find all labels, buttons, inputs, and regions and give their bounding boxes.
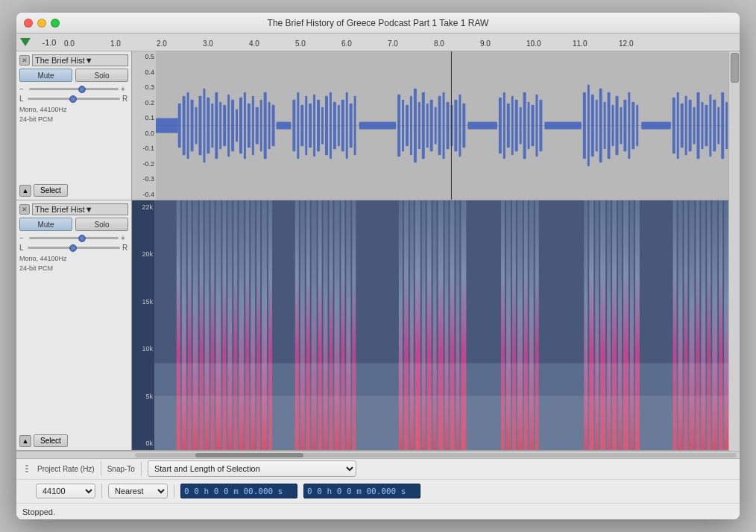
- track-1-collapse-button[interactable]: ▲: [19, 185, 31, 197]
- svg-rect-69: [523, 92, 526, 159]
- ruler-ticks-container: 0.0 1.0 2.0 3.0 4.0 5.0 6.0 7.0 8.0 9.0 …: [64, 34, 740, 51]
- svg-rect-93: [685, 96, 687, 156]
- track-2-select-button[interactable]: Select: [34, 434, 68, 447]
- toolbar-row-2: 44100 Nearest: [16, 480, 740, 503]
- svg-rect-74: [544, 122, 582, 130]
- svg-rect-73: [539, 100, 542, 152]
- toolbar-row-1: Project Rate (Hz) Snap-To Start and Leng…: [16, 459, 740, 480]
- time-start-input[interactable]: [180, 484, 297, 498]
- svg-rect-6: [191, 100, 194, 152]
- snap-to-select[interactable]: Nearest: [108, 484, 168, 498]
- svg-rect-49: [414, 89, 417, 163]
- svg-rect-99: [709, 95, 711, 157]
- svg-rect-82: [612, 105, 614, 147]
- svg-rect-51: [422, 92, 425, 159]
- project-rate-section: Project Rate (Hz): [37, 465, 95, 473]
- track-2-mute-button[interactable]: Mute: [19, 218, 72, 231]
- track-1-close-button[interactable]: ✕: [19, 55, 30, 66]
- track-1-mute-button[interactable]: Mute: [19, 69, 72, 82]
- track-1-name[interactable]: The Brief Hist▼: [32, 54, 128, 66]
- track-2-solo-button[interactable]: Solo: [75, 218, 128, 231]
- svg-rect-78: [596, 100, 598, 152]
- ruler-tick-8: 8.0: [434, 39, 444, 48]
- svg-rect-14: [223, 105, 226, 147]
- svg-rect-86: [628, 92, 630, 159]
- ruler-arrow[interactable]: [16, 34, 34, 51]
- track-1-solo-button[interactable]: Solo: [75, 69, 128, 82]
- track-1-volume-slider[interactable]: [29, 88, 119, 90]
- track-1-pan-thumb[interactable]: [69, 95, 77, 103]
- titlebar: The Brief History of Greece Podcast Part…: [16, 13, 740, 34]
- track-1-select-button[interactable]: Select: [34, 184, 68, 197]
- ruler-tick-6: 6.0: [341, 39, 352, 48]
- svg-rect-66: [511, 96, 514, 156]
- track-2-footer: ▲ Select: [19, 432, 128, 447]
- svg-rect-48: [410, 96, 412, 156]
- project-rate-label: Project Rate (Hz): [37, 465, 95, 473]
- spectrogram-svg: [154, 200, 740, 450]
- svg-rect-38: [333, 102, 336, 150]
- track-2-pan-thumb[interactable]: [69, 244, 77, 252]
- track-2-spectrogram[interactable]: 22k 20k 15k 10k 5k 0k: [132, 200, 740, 450]
- svg-rect-44: [359, 122, 397, 130]
- time-length-input[interactable]: [303, 484, 420, 498]
- track-2-info-line2: 24-bit PCM: [19, 264, 128, 273]
- svg-rect-28: [292, 100, 295, 152]
- svg-rect-65: [507, 104, 510, 148]
- track-2-volume-slider[interactable]: [29, 237, 119, 239]
- horizontal-scrollbar-track[interactable]: [135, 453, 737, 457]
- close-button[interactable]: [24, 19, 33, 28]
- svg-rect-31: [305, 96, 307, 156]
- svg-rect-59: [454, 100, 457, 152]
- track-2-close-button[interactable]: ✕: [19, 204, 30, 215]
- svg-rect-84: [620, 107, 622, 145]
- vertical-scrollbar[interactable]: [728, 51, 740, 451]
- svg-rect-37: [330, 92, 332, 159]
- track-2-volume-row: − +: [19, 234, 128, 242]
- track-2-volume-thumb[interactable]: [78, 235, 86, 242]
- track-1-pan-slider[interactable]: [28, 98, 120, 100]
- svg-rect-98: [705, 105, 708, 147]
- svg-rect-60: [459, 95, 461, 157]
- track-2: ✕ The Brief Hist▼ Mute Solo − +: [16, 200, 740, 451]
- minimize-button[interactable]: [37, 19, 46, 28]
- svg-rect-101: [717, 107, 719, 145]
- svg-rect-15: [227, 95, 230, 157]
- svg-rect-16: [231, 100, 234, 152]
- svg-rect-33: [313, 95, 315, 157]
- svg-rect-25: [268, 102, 271, 150]
- track-1-info: Mono, 44100Hz 24-bit PCM: [19, 105, 128, 124]
- svg-rect-35: [321, 107, 324, 145]
- horizontal-scrollbar-thumb[interactable]: [195, 453, 303, 457]
- amp-label-02: 0.2: [133, 99, 154, 107]
- svg-rect-61: [462, 104, 465, 148]
- svg-rect-77: [591, 95, 594, 157]
- track-1-waveform[interactable]: 0.5 0.4 0.3 0.2 0.1 0.0 -0.1 -0.2 -0.3 -…: [132, 51, 740, 200]
- svg-rect-10: [207, 98, 210, 154]
- svg-rect-79: [599, 89, 602, 163]
- maximize-button[interactable]: [51, 19, 60, 28]
- svg-rect-39: [338, 105, 340, 147]
- svg-rect-22: [256, 107, 259, 145]
- selection-mode-select[interactable]: Start and Length of Selection: [148, 460, 356, 477]
- svg-rect-63: [499, 98, 502, 154]
- ruler-tick-0: 0.0: [64, 39, 75, 48]
- svg-rect-5: [187, 92, 189, 159]
- svg-rect-43: [354, 96, 356, 156]
- track2-pan-right-label: R: [122, 244, 128, 252]
- track-1-buttons: Mute Solo: [19, 69, 128, 82]
- svg-rect-57: [447, 102, 450, 150]
- vertical-scrollbar-thumb[interactable]: [731, 53, 739, 83]
- track-1-volume-thumb[interactable]: [78, 86, 86, 93]
- toolbar-divider-1: [101, 461, 101, 476]
- track-2-pan-slider[interactable]: [28, 247, 120, 249]
- svg-rect-7: [195, 107, 198, 145]
- project-rate-select[interactable]: 44100: [36, 484, 95, 498]
- svg-rect-87: [631, 102, 634, 150]
- track-2-name[interactable]: The Brief Hist▼: [32, 203, 128, 215]
- ruler-tick-2: 2.0: [157, 39, 167, 48]
- track-2-info: Mono, 44100Hz 24-bit PCM: [19, 254, 128, 273]
- track-2-collapse-button[interactable]: ▲: [19, 435, 31, 447]
- amp-label-01: 0.1: [133, 114, 154, 121]
- volume-minus-icon: −: [19, 85, 27, 93]
